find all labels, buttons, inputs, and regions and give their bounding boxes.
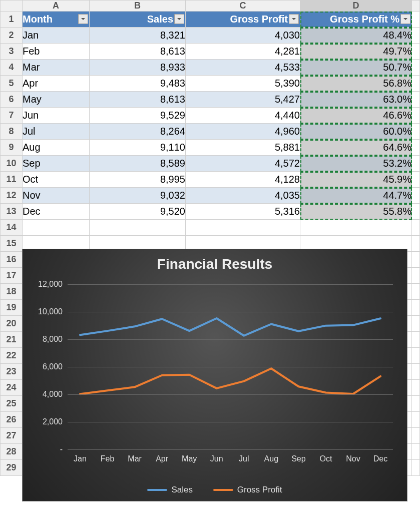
cell-sales[interactable]: 8,613 (90, 44, 186, 60)
cell-gross-profit-pct[interactable]: 53.2% (300, 156, 412, 172)
row-header-28[interactable]: 28 (1, 444, 23, 460)
cell-month[interactable]: Aug (23, 140, 90, 156)
cell-gross-profit[interactable]: 5,881 (186, 140, 300, 156)
cell-gross-profit-pct[interactable]: 44.7% (300, 188, 412, 204)
cell-sales[interactable]: 8,264 (90, 124, 186, 140)
cell-gross-profit[interactable]: 4,440 (186, 108, 300, 124)
cell-blank[interactable] (412, 220, 420, 236)
cell-gross-profit-pct[interactable]: 55.8% (300, 204, 412, 220)
cell-month[interactable]: Dec (23, 204, 90, 220)
cell-gross-profit-pct[interactable]: 64.6% (300, 140, 412, 156)
row-header-9[interactable]: 9 (1, 140, 23, 156)
cell-blank[interactable] (412, 284, 420, 300)
cell-blank[interactable] (412, 348, 420, 364)
cell-blank[interactable] (412, 460, 420, 476)
filter-button-sales[interactable] (174, 14, 184, 24)
cell-gross-profit-pct[interactable]: 63.0% (300, 92, 412, 108)
row-header-20[interactable]: 20 (1, 316, 23, 332)
col-header-D[interactable]: D (300, 1, 412, 12)
cell-blank[interactable] (412, 332, 420, 348)
row-header-1[interactable]: 1 (1, 12, 23, 28)
cell-blank[interactable] (412, 300, 420, 316)
cell-sales[interactable]: 9,483 (90, 76, 186, 92)
row-header-14[interactable]: 14 (1, 220, 23, 236)
cell-gross-profit[interactable]: 4,030 (186, 28, 300, 44)
select-all-corner[interactable] (1, 1, 23, 12)
cell-sales[interactable]: 9,110 (90, 140, 186, 156)
row-header-8[interactable]: 8 (1, 124, 23, 140)
cell-blank[interactable] (412, 396, 420, 412)
cell-blank[interactable] (412, 444, 420, 460)
row-header-17[interactable]: 17 (1, 268, 23, 284)
filter-button-gp[interactable] (289, 14, 299, 24)
cell-blank[interactable] (23, 220, 90, 236)
row-header-4[interactable]: 4 (1, 60, 23, 76)
embedded-chart[interactable]: Financial Results -2,0004,0006,0008,0001… (22, 249, 407, 476)
row-header-7[interactable]: 7 (1, 108, 23, 124)
row-header-22[interactable]: 22 (1, 348, 23, 364)
cell-blank[interactable] (90, 220, 186, 236)
header-gross-profit-pct[interactable]: Gross Profit % (300, 12, 412, 28)
cell-blank[interactable] (412, 364, 420, 380)
col-header-B[interactable]: B (90, 1, 186, 12)
row-header-25[interactable]: 25 (1, 396, 23, 412)
cell-blank[interactable] (412, 188, 420, 204)
cell-month[interactable]: Feb (23, 44, 90, 60)
cell-blank[interactable] (412, 204, 420, 220)
cell-blank[interactable] (412, 268, 420, 284)
cell-sales[interactable]: 9,529 (90, 108, 186, 124)
row-header-19[interactable]: 19 (1, 300, 23, 316)
cell-blank[interactable] (412, 140, 420, 156)
cell-gross-profit-pct[interactable]: 60.0% (300, 124, 412, 140)
cell-gross-profit[interactable]: 4,281 (186, 44, 300, 60)
cell-blank[interactable] (412, 156, 420, 172)
row-header-16[interactable]: 16 (1, 252, 23, 268)
cell-blank[interactable] (412, 236, 420, 252)
cell-blank[interactable] (412, 380, 420, 396)
row-header-5[interactable]: 5 (1, 76, 23, 92)
row-header-29[interactable]: 29 (1, 460, 23, 476)
cell-month[interactable]: May (23, 92, 90, 108)
cell-month[interactable]: Jan (23, 28, 90, 44)
cell-blank[interactable] (412, 12, 420, 28)
cell-gross-profit[interactable]: 4,533 (186, 60, 300, 76)
cell-blank[interactable] (412, 92, 420, 108)
cell-gross-profit[interactable]: 4,960 (186, 124, 300, 140)
row-header-2[interactable]: 2 (1, 28, 23, 44)
cell-month[interactable]: Oct (23, 172, 90, 188)
cell-blank[interactable] (412, 44, 420, 60)
row-header-13[interactable]: 13 (1, 204, 23, 220)
row-header-23[interactable]: 23 (1, 364, 23, 380)
cell-sales[interactable]: 8,613 (90, 92, 186, 108)
row-header-18[interactable]: 18 (1, 284, 23, 300)
header-sales[interactable]: Sales (90, 12, 186, 28)
cell-sales[interactable]: 8,995 (90, 172, 186, 188)
cell-blank[interactable] (412, 316, 420, 332)
cell-blank[interactable] (412, 412, 420, 428)
row-header-11[interactable]: 11 (1, 172, 23, 188)
cell-gross-profit-pct[interactable]: 45.9% (300, 172, 412, 188)
cell-gross-profit[interactable]: 5,316 (186, 204, 300, 220)
cell-gross-profit-pct[interactable]: 49.7% (300, 44, 412, 60)
row-header-12[interactable]: 12 (1, 188, 23, 204)
row-header-10[interactable]: 10 (1, 156, 23, 172)
cell-gross-profit-pct[interactable]: 50.7% (300, 60, 412, 76)
row-header-21[interactable]: 21 (1, 332, 23, 348)
cell-sales[interactable]: 8,321 (90, 28, 186, 44)
cell-blank[interactable] (412, 60, 420, 76)
cell-gross-profit[interactable]: 4,572 (186, 156, 300, 172)
filter-button-gpp[interactable] (400, 14, 410, 24)
cell-blank[interactable] (412, 124, 420, 140)
col-header-C[interactable]: C (186, 1, 300, 12)
row-header-26[interactable]: 26 (1, 412, 23, 428)
cell-blank[interactable] (412, 108, 420, 124)
cell-sales[interactable]: 8,933 (90, 60, 186, 76)
row-header-15[interactable]: 15 (1, 236, 23, 252)
cell-month[interactable]: Nov (23, 188, 90, 204)
cell-gross-profit-pct[interactable]: 46.6% (300, 108, 412, 124)
cell-month[interactable]: Jul (23, 124, 90, 140)
col-header-A[interactable]: A (23, 1, 90, 12)
cell-gross-profit-pct[interactable]: 48.4% (300, 28, 412, 44)
cell-blank[interactable] (186, 220, 300, 236)
cell-sales[interactable]: 9,520 (90, 204, 186, 220)
